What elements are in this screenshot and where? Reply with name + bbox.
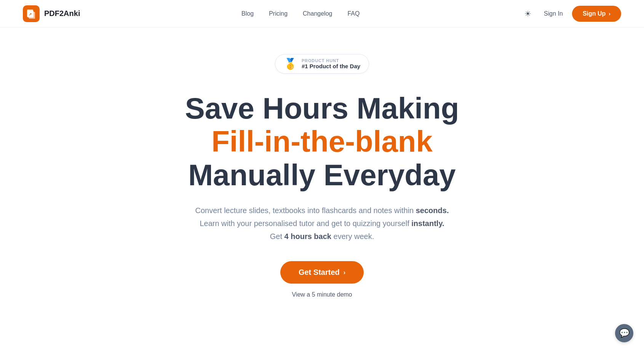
theme-toggle-button[interactable]: ☀ bbox=[521, 7, 535, 21]
hero-headline: Save Hours Making Fill-in-the-blank Manu… bbox=[185, 92, 459, 192]
get-started-button[interactable]: Get Started › bbox=[280, 261, 364, 284]
nav-changelog[interactable]: Changelog bbox=[303, 10, 332, 17]
chat-bubble-button[interactable]: 💬 bbox=[615, 324, 633, 342]
navbar-actions: ☀ Sign In Sign Up › bbox=[521, 6, 621, 22]
subtext-bold2: instantly. bbox=[411, 219, 444, 228]
svg-text:↗: ↗ bbox=[29, 12, 32, 16]
logo-icon: ↗ bbox=[23, 5, 40, 22]
ph-text: PRODUCT HUNT #1 Product of the Day bbox=[302, 58, 360, 69]
cta-label: Get Started bbox=[299, 268, 340, 277]
subtext-part2: Learn with your personalised tutor and g… bbox=[200, 219, 411, 228]
chevron-right-icon: › bbox=[609, 11, 610, 17]
brand: ↗ PDF2Anki bbox=[23, 5, 80, 22]
headline-line1: Save Hours Making bbox=[185, 92, 459, 125]
ph-label: PRODUCT HUNT bbox=[302, 58, 339, 63]
hero-subtext: Convert lecture slides, textbooks into f… bbox=[195, 204, 449, 243]
brand-name: PDF2Anki bbox=[44, 9, 80, 18]
headline-line3: Manually Everyday bbox=[185, 159, 459, 192]
nav-blog[interactable]: Blog bbox=[241, 10, 254, 17]
sign-in-button[interactable]: Sign In bbox=[544, 10, 563, 17]
sign-up-button[interactable]: Sign Up › bbox=[572, 6, 621, 22]
demo-link[interactable]: View a 5 minute demo bbox=[292, 291, 352, 298]
headline-line2: Fill-in-the-blank bbox=[185, 125, 459, 158]
chat-icon: 💬 bbox=[619, 328, 630, 338]
subtext-bold1: seconds. bbox=[416, 206, 449, 215]
nav-pricing[interactable]: Pricing bbox=[269, 10, 288, 17]
nav-links: Blog Pricing Changelog FAQ bbox=[241, 10, 360, 17]
subtext-part1: Convert lecture slides, textbooks into f… bbox=[195, 206, 416, 215]
main-content: 🥇 PRODUCT HUNT #1 Product of the Day Sav… bbox=[0, 27, 644, 298]
subtext-bold3: 4 hours back bbox=[284, 232, 331, 241]
chevron-right-icon: › bbox=[344, 269, 345, 276]
nav-faq[interactable]: FAQ bbox=[347, 10, 360, 17]
subtext-part3: Get bbox=[270, 232, 284, 241]
product-hunt-badge: 🥇 PRODUCT HUNT #1 Product of the Day bbox=[275, 54, 369, 74]
subtext-part4: every week. bbox=[331, 232, 374, 241]
navbar: ↗ PDF2Anki Blog Pricing Changelog FAQ ☀ … bbox=[0, 0, 644, 27]
medal-icon: 🥇 bbox=[284, 59, 297, 69]
ph-title: #1 Product of the Day bbox=[302, 63, 360, 69]
